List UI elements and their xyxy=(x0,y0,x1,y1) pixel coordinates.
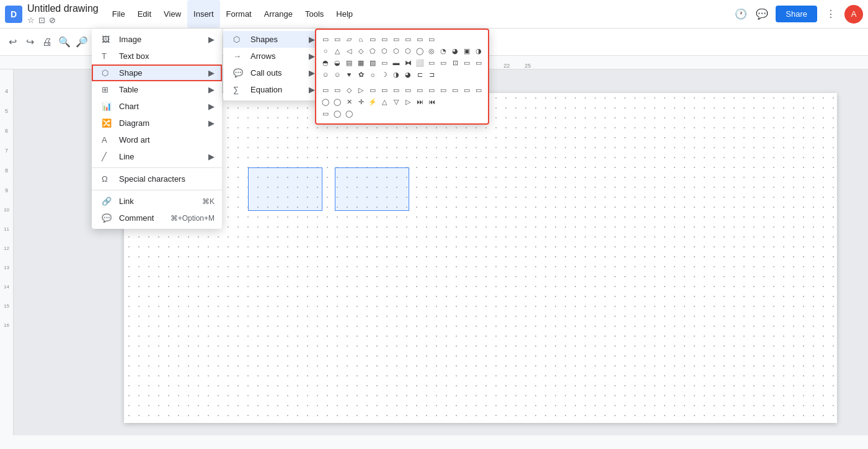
zoom-out-btn[interactable]: 🔍 xyxy=(57,35,72,50)
shape-halfdot[interactable]: ◑ xyxy=(473,45,484,56)
shape-flow2[interactable]: ▭ xyxy=(332,84,343,96)
more-options-btn[interactable]: ⋮ xyxy=(823,7,838,22)
shape-trapezoid[interactable]: ⏢ xyxy=(355,33,366,45)
menu-insert-image[interactable]: 🖼 Image ▶ xyxy=(92,31,222,48)
shape-octagon[interactable]: ⬡ xyxy=(402,45,414,56)
shape-misc10[interactable]: ▭ xyxy=(426,57,437,68)
shape-pie[interactable]: ◕ xyxy=(450,45,461,56)
shape-heart[interactable]: ♥ xyxy=(343,69,355,80)
shape-flow1[interactable]: ▭ xyxy=(320,84,331,96)
shape-flow13[interactable]: ▭ xyxy=(461,84,472,96)
shape-misc5[interactable]: ▧ xyxy=(367,57,378,68)
shape-flow8[interactable]: ▭ xyxy=(402,84,414,96)
shape-flow14[interactable]: ▭ xyxy=(473,84,484,96)
shape-triangle[interactable]: △ xyxy=(332,45,343,56)
share-button[interactable]: Share xyxy=(776,6,817,22)
menu-insert-wordart[interactable]: A Word art xyxy=(92,131,222,148)
print-btn[interactable]: 🖨 xyxy=(40,35,55,50)
document-title[interactable]: Untitled drawing xyxy=(27,3,99,14)
shape-rect2[interactable]: ▭ xyxy=(332,33,343,45)
shape-misc13[interactable]: ▭ xyxy=(461,57,472,68)
shape-misc12[interactable]: ⊡ xyxy=(450,57,461,68)
zoom-in-btn[interactable]: 🔎 xyxy=(74,35,89,50)
shape-flow9[interactable]: ▭ xyxy=(414,84,425,96)
shape-diamond[interactable]: ◇ xyxy=(355,45,366,56)
shape-ellipse[interactable]: ○ xyxy=(320,45,331,56)
shape-misc8[interactable]: ⧓ xyxy=(402,57,414,68)
menu-tools[interactable]: Tools xyxy=(299,0,330,28)
shape-misc4[interactable]: ▦ xyxy=(355,57,366,68)
shape-misc9[interactable]: ⬜ xyxy=(414,57,425,68)
shape-flow11[interactable]: ▭ xyxy=(438,84,449,96)
shape-flower[interactable]: ✿ xyxy=(355,69,366,80)
menu-insert-table[interactable]: ⊞ Table ▶ xyxy=(92,81,222,98)
drive-icon[interactable]: ⊡ xyxy=(38,16,45,25)
shape-bracket3[interactable]: ⊏ xyxy=(414,69,425,80)
canvas-shape-1[interactable] xyxy=(248,167,322,211)
shape-flow5[interactable]: ▭ xyxy=(367,84,378,96)
shape-extra7[interactable]: ▽ xyxy=(391,96,402,107)
shape-rtriangle[interactable]: ◁ xyxy=(343,45,355,56)
menu-format[interactable]: Format xyxy=(220,0,258,28)
menu-insert-textbox[interactable]: T Text box xyxy=(92,48,222,64)
history-btn[interactable]: 🕐 xyxy=(733,7,748,22)
shape-extra6[interactable]: △ xyxy=(379,96,390,107)
shape-hexagon[interactable]: ⬡ xyxy=(379,45,390,56)
history-icon[interactable]: ⊘ xyxy=(49,16,56,25)
submenu-equation[interactable]: ∑ Equation ▶ xyxy=(223,81,322,98)
menu-insert-shape[interactable]: ⬡ Shape ▶ xyxy=(92,64,222,81)
redo-btn[interactable]: ↪ xyxy=(22,35,37,50)
shape-heptagon[interactable]: ⬡ xyxy=(391,45,402,56)
menu-edit[interactable]: Edit xyxy=(131,0,157,28)
shape-flow4[interactable]: ▷ xyxy=(355,84,366,96)
undo-btn[interactable]: ↩ xyxy=(5,35,20,50)
shape-circle[interactable]: ◯ xyxy=(414,45,425,56)
shape-rect5[interactable]: ▭ xyxy=(391,33,402,45)
shape-extra8[interactable]: ▷ xyxy=(402,96,414,107)
shape-misc11[interactable]: ▭ xyxy=(438,57,449,68)
menu-help[interactable]: Help xyxy=(330,0,359,28)
shape-misc2[interactable]: ◒ xyxy=(332,57,343,68)
shape-flow3[interactable]: ◇ xyxy=(343,84,355,96)
star-icon[interactable]: ☆ xyxy=(27,16,35,25)
menu-arrange[interactable]: Arrange xyxy=(258,0,299,28)
submenu-arrows[interactable]: → Arrows ▶ xyxy=(223,48,322,64)
submenu-callouts[interactable]: 💬 Call outs ▶ xyxy=(223,64,322,81)
shape-rect[interactable]: ▭ xyxy=(320,33,331,45)
shape-smile2[interactable]: ☺ xyxy=(332,69,343,80)
shape-misc14[interactable]: ▭ xyxy=(473,57,484,68)
shape-extra1[interactable]: ◯ xyxy=(320,96,331,107)
shape-extra10[interactable]: ⏮ xyxy=(426,96,437,107)
shape-flow12[interactable]: ▭ xyxy=(450,84,461,96)
menu-file[interactable]: File xyxy=(106,0,131,28)
menu-insert-line[interactable]: ╱ Line ▶ xyxy=(92,148,222,165)
menu-insert-link[interactable]: 🔗 Link ⌘K xyxy=(92,193,222,210)
menu-insert[interactable]: Insert xyxy=(187,0,220,28)
shape-pentagon[interactable]: ⬠ xyxy=(367,45,378,56)
shape-frame[interactable]: ▣ xyxy=(461,45,472,56)
shape-extra5[interactable]: ⚡ xyxy=(367,96,378,107)
shape-rect6[interactable]: ▭ xyxy=(402,33,414,45)
menu-insert-diagram[interactable]: 🔀 Diagram ▶ xyxy=(92,115,222,131)
shape-misc6[interactable]: ▭ xyxy=(379,57,390,68)
shape-last2[interactable]: ◯ xyxy=(332,108,343,119)
shape-flow10[interactable]: ▭ xyxy=(426,84,437,96)
shape-flow6[interactable]: ▭ xyxy=(379,84,390,96)
shape-parallelogram[interactable]: ▱ xyxy=(343,33,355,45)
menu-insert-special-chars[interactable]: Ω Special characters xyxy=(92,171,222,187)
shape-extra2[interactable]: ◯ xyxy=(332,96,343,107)
shape-flow7[interactable]: ▭ xyxy=(391,84,402,96)
shape-last3[interactable]: ◯ xyxy=(343,108,355,119)
shape-misc7[interactable]: ▬ xyxy=(391,57,402,68)
shape-chord[interactable]: ◔ xyxy=(438,45,449,56)
shape-sun[interactable]: ☼ xyxy=(367,69,378,80)
shape-rect4[interactable]: ▭ xyxy=(379,33,390,45)
shape-rect7[interactable]: ▭ xyxy=(414,33,425,45)
shape-rect3[interactable]: ▭ xyxy=(367,33,378,45)
canvas-shape-2[interactable] xyxy=(335,167,409,211)
shape-donut[interactable]: ◎ xyxy=(426,45,437,56)
shape-bracket1[interactable]: ◑ xyxy=(391,69,402,80)
shape-extra3[interactable]: ✕ xyxy=(343,96,355,107)
menu-insert-comment[interactable]: 💬 Comment ⌘+Option+M xyxy=(92,210,222,226)
shape-misc3[interactable]: ▤ xyxy=(343,57,355,68)
